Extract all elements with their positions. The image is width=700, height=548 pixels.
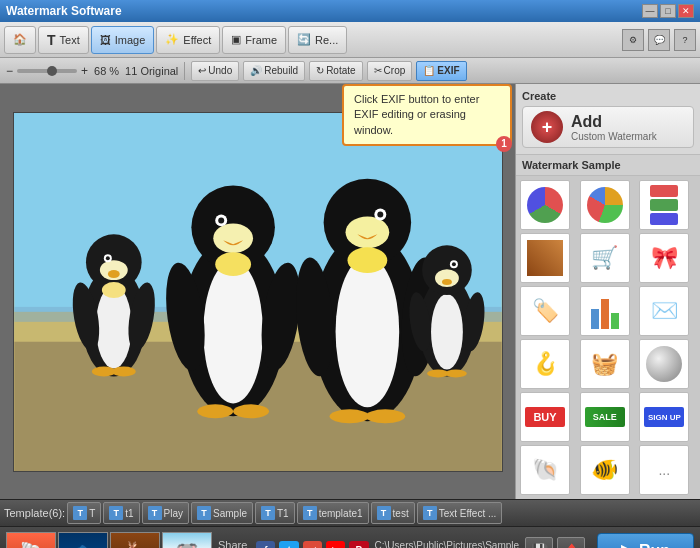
watermark-item-7[interactable]: 🏷️ xyxy=(520,286,570,336)
close-button[interactable]: ✕ xyxy=(678,4,694,18)
watermark-item-4[interactable] xyxy=(520,233,570,283)
share-area: Share : f t g+ ▶ P xyxy=(218,539,369,549)
svg-point-44 xyxy=(441,279,451,285)
extra-btn3[interactable]: ? xyxy=(674,29,696,51)
watermark-item-3[interactable] xyxy=(639,180,689,230)
add-text-area: Add Custom Watermark xyxy=(571,113,657,142)
zoom-plus-icon: + xyxy=(81,64,88,78)
rebuild-button[interactable]: 🔊 Rebuild xyxy=(243,61,305,81)
template-item-t[interactable]: T T xyxy=(67,502,101,524)
snow-thumb-icon: 🐨 xyxy=(176,540,198,549)
text-button[interactable]: T Text xyxy=(38,26,89,54)
signup-badge-icon: SIGN UP xyxy=(644,407,684,427)
svg-point-39 xyxy=(431,293,463,369)
watermark-item-14[interactable]: SALE xyxy=(580,392,630,442)
watermark-item-11[interactable]: 🧺 xyxy=(580,339,630,389)
buy-badge-icon: BUY xyxy=(525,407,565,427)
frame-button[interactable]: ▣ Frame xyxy=(222,26,286,54)
watermark-item-2[interactable] xyxy=(580,180,630,230)
bottom-bar: 🐚 🐟 🦌 🐨 Share : f t g+ ▶ P C:\Users\Publ… xyxy=(0,527,700,548)
fish-thumb-icon: 🐟 xyxy=(72,540,94,549)
maximize-button[interactable]: □ xyxy=(660,4,676,18)
template-item-t1[interactable]: T t1 xyxy=(103,502,139,524)
twitter-button[interactable]: t xyxy=(279,541,298,549)
watermark-item-16[interactable]: 🐚 xyxy=(520,445,570,495)
extra-btn1[interactable]: ⚙ xyxy=(622,29,644,51)
effect-icon: ✨ xyxy=(165,33,179,46)
minimize-button[interactable]: — xyxy=(642,4,658,18)
extra-btn2[interactable]: 💬 xyxy=(648,29,670,51)
zoom-thumb xyxy=(47,66,57,76)
app-title: Watermark Software xyxy=(6,4,122,18)
image-button[interactable]: 🖼 Image xyxy=(91,26,155,54)
svg-point-28 xyxy=(335,256,399,407)
home-button[interactable]: 🏠 xyxy=(4,26,36,54)
watermark-item-18[interactable]: ... xyxy=(639,445,689,495)
watermark-item-8[interactable] xyxy=(580,286,630,336)
watermark-item-13[interactable]: BUY xyxy=(520,392,570,442)
zoom-detail: 11 Original xyxy=(125,65,178,77)
svg-point-21 xyxy=(218,217,224,223)
thumbnail-2[interactable]: 🐟 xyxy=(58,532,108,549)
watermark-sample-label: Watermark Sample xyxy=(516,155,700,176)
template-t1-icon: T xyxy=(109,506,123,520)
template-item-T1[interactable]: T T1 xyxy=(255,502,295,524)
add-title: Add xyxy=(571,113,657,131)
thumbnail-3[interactable]: 🦌 xyxy=(110,532,160,549)
run-button[interactable]: ▶ Run xyxy=(597,533,694,549)
window-controls: — □ ✕ xyxy=(642,4,694,18)
watermark-item-6[interactable]: 🎀 xyxy=(639,233,689,283)
watermark-item-15[interactable]: SIGN UP xyxy=(639,392,689,442)
save-button[interactable]: 💾 xyxy=(525,537,553,549)
effect-button[interactable]: ✨ Effect xyxy=(156,26,220,54)
thumbnail-1[interactable]: 🐚 xyxy=(6,532,56,549)
zoom-slider[interactable] xyxy=(17,69,77,73)
template-item-test[interactable]: T test xyxy=(371,502,415,524)
separator1 xyxy=(184,62,185,80)
template-sample-icon: T xyxy=(197,506,211,520)
template-item-template1[interactable]: T template1 xyxy=(297,502,369,524)
add-icon: + xyxy=(531,111,563,143)
pinterest-button[interactable]: P xyxy=(349,541,368,549)
watermark-item-9[interactable]: ✉️ xyxy=(639,286,689,336)
price-tag-icon: 🏷️ xyxy=(532,298,559,324)
watermark-item-1[interactable] xyxy=(520,180,570,230)
re-button[interactable]: 🔄 Re... xyxy=(288,26,347,54)
crop-button[interactable]: ✂ Crop xyxy=(367,61,413,81)
watermark-item-5[interactable]: 🛒 xyxy=(580,233,630,283)
facebook-button[interactable]: f xyxy=(256,541,275,549)
template-item-play[interactable]: T Play xyxy=(142,502,189,524)
save-icons: 💾 📤 xyxy=(525,537,585,549)
youtube-button[interactable]: ▶ xyxy=(326,541,345,549)
undo-icon: ↩ xyxy=(198,65,206,76)
penguin-image xyxy=(14,113,502,471)
undo-button[interactable]: ↩ Undo xyxy=(191,61,239,81)
exif-button[interactable]: 📋 EXIF xyxy=(416,61,466,81)
watermark-item-12[interactable] xyxy=(639,339,689,389)
sub-toolbar: − + 68 % 11 Original ↩ Undo 🔊 Rebuild ↻ … xyxy=(0,58,700,84)
tooltip-text: Click EXIF button to enter EXIF editing … xyxy=(354,93,479,136)
svg-point-14 xyxy=(111,366,135,376)
svg-point-17 xyxy=(203,260,263,403)
watermark-grid: 🛒 🎀 🏷️ ✉️ 🪝 xyxy=(516,176,700,499)
main-toolbar: 🏠 T Text 🖼 Image ✨ Effect ▣ Frame 🔄 Re..… xyxy=(0,22,700,58)
export-button[interactable]: 📤 xyxy=(557,537,585,549)
re-icon: 🔄 xyxy=(297,33,311,46)
frame-icon: ▣ xyxy=(231,33,241,46)
add-watermark-button[interactable]: + Add Custom Watermark xyxy=(522,106,694,148)
rotate-button[interactable]: ↻ Rotate xyxy=(309,61,362,81)
googleplus-button[interactable]: g+ xyxy=(303,541,322,549)
thumbnail-4[interactable]: 🐨 xyxy=(162,532,212,549)
create-label: Create xyxy=(522,90,694,102)
template-item-texteffect[interactable]: T Text Effect ... xyxy=(417,502,503,524)
template-item-sample[interactable]: T Sample xyxy=(191,502,253,524)
svg-point-26 xyxy=(215,252,251,276)
svg-point-48 xyxy=(444,369,466,377)
envelope-icon: ✉️ xyxy=(651,298,678,324)
template-play-icon: T xyxy=(148,506,162,520)
watermark-item-17[interactable]: 🐠 xyxy=(580,445,630,495)
zoom-minus-icon: − xyxy=(6,64,13,78)
bar-chart-icon xyxy=(591,293,619,329)
basket-icon: 🧺 xyxy=(591,351,618,377)
watermark-item-10[interactable]: 🪝 xyxy=(520,339,570,389)
